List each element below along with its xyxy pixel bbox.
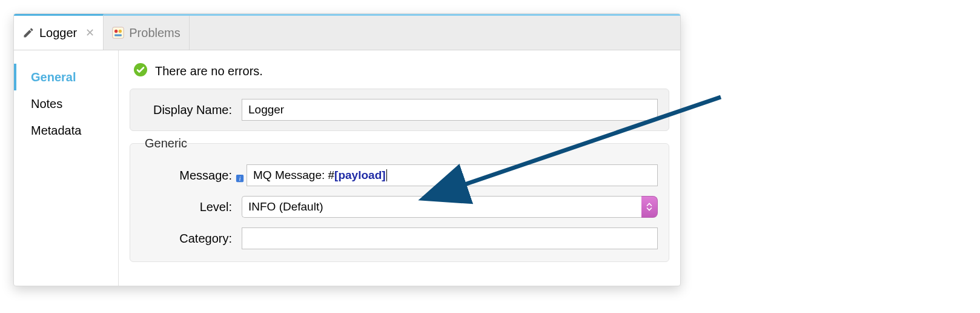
sidebar-item-notes[interactable]: Notes — [14, 90, 118, 117]
svg-rect-0 — [113, 27, 124, 38]
category-input[interactable] — [242, 227, 658, 249]
svg-text:i: i — [239, 175, 241, 182]
chevron-up-icon — [646, 203, 652, 207]
panel-body: General Notes Metadata There are no erro… — [14, 50, 680, 286]
bracket-close: ] — [382, 169, 385, 182]
display-name-value: Logger — [248, 103, 284, 116]
sidebar-item-metadata[interactable]: Metadata — [14, 117, 118, 144]
content: There are no errors. Display Name: Logge… — [118, 50, 680, 286]
message-prefix: MQ Message: # — [253, 169, 334, 182]
sidebar-item-label: General — [31, 70, 76, 84]
info-icon: i — [236, 174, 244, 183]
caret — [386, 169, 387, 181]
category-label: Category: — [141, 232, 242, 246]
problems-icon — [112, 27, 124, 39]
display-name-group: Display Name: Logger — [130, 89, 669, 131]
dropdown-button[interactable] — [641, 196, 658, 218]
group-legend: Generic — [141, 136, 191, 150]
tab-label: Logger — [39, 26, 77, 40]
properties-panel: Logger ✕ Problems General Notes — [13, 13, 681, 286]
svg-point-2 — [119, 30, 122, 33]
message-input[interactable]: MQ Message: #[payload] — [247, 164, 658, 186]
sidebar-item-label: Metadata — [31, 124, 81, 138]
level-value: INFO (Default) — [248, 200, 323, 214]
tab-problems[interactable]: Problems — [104, 16, 189, 50]
tab-logger[interactable]: Logger ✕ — [14, 14, 104, 50]
pencil-icon — [22, 27, 35, 39]
level-label: Level: — [141, 200, 242, 214]
svg-point-1 — [114, 30, 118, 33]
level-select[interactable]: INFO (Default) — [242, 196, 658, 218]
tab-label: Problems — [129, 26, 180, 40]
sidebar-item-general[interactable]: General — [14, 64, 118, 90]
chevron-down-icon — [646, 207, 652, 211]
display-name-label: Display Name: — [141, 103, 242, 117]
message-label: Message: — [141, 169, 242, 183]
tab-strip: Logger ✕ Problems — [14, 14, 680, 50]
generic-group: Generic Message: i MQ Message: #[payload… — [130, 143, 669, 262]
display-name-input[interactable]: Logger — [242, 99, 658, 121]
close-icon[interactable]: ✕ — [85, 26, 94, 39]
status-text: There are no errors. — [155, 64, 263, 78]
svg-rect-3 — [114, 35, 122, 36]
sidebar-item-label: Notes — [31, 97, 62, 111]
check-icon — [133, 62, 148, 80]
message-payload: payload — [338, 169, 382, 182]
status-bar: There are no errors. — [133, 62, 669, 80]
sidebar: General Notes Metadata — [14, 50, 118, 286]
